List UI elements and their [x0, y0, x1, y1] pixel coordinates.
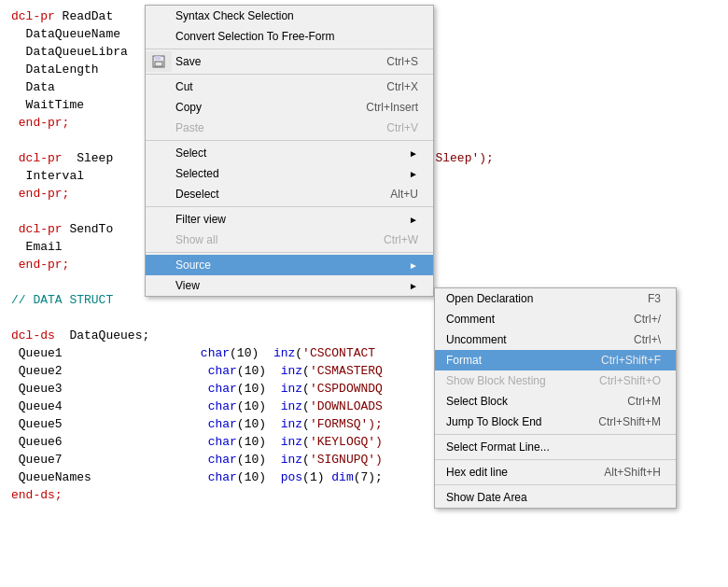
submenu-item-label: Show Date Area: [446, 491, 527, 504]
menu-separator-2: [146, 74, 433, 75]
submenu-item-label: Select Block: [446, 395, 508, 408]
menu-item-label: Syntax Check Selection: [175, 9, 294, 22]
submenu-item-label: Comment: [446, 313, 495, 326]
menu-item-cut[interactable]: Cut Ctrl+X: [146, 77, 433, 97]
arrow-icon: ►: [409, 169, 418, 179]
submenu-item-label: Select Format Line...: [446, 440, 550, 454]
menu-item-copy[interactable]: Copy Ctrl+Insert: [146, 97, 433, 118]
arrow-icon: ►: [409, 148, 418, 159]
submenu-item-shortcut: Ctrl+Shift+O: [599, 374, 661, 387]
arrow-icon: ►: [409, 281, 418, 291]
submenu-item-shortcut: F3: [648, 292, 661, 305]
submenu-item-uncomment[interactable]: Uncomment Ctrl+\: [435, 329, 676, 350]
menu-item-label: Save: [175, 55, 201, 68]
submenu-item-label: Uncomment: [446, 333, 507, 346]
menu-item-label: Deselect: [175, 188, 219, 201]
menu-item-source[interactable]: Source ►: [146, 255, 433, 275]
menu-item-filter-view[interactable]: Filter view ►: [146, 209, 433, 230]
menu-item-label: Filter view: [175, 213, 226, 226]
menu-item-save[interactable]: Save Ctrl+S: [146, 51, 433, 72]
menu-separator-4: [146, 206, 433, 207]
submenu-item-label: Format: [446, 354, 482, 367]
submenu-item-label: Open Declaration: [446, 292, 533, 305]
menu-item-label: Copy: [175, 101, 202, 114]
submenu-item-comment[interactable]: Comment Ctrl+/: [435, 309, 676, 329]
submenu-item-select-format-line[interactable]: Select Format Line...: [435, 437, 676, 457]
menu-item-deselect[interactable]: Deselect Alt+U: [146, 184, 433, 204]
submenu-item-jump-to-block-end[interactable]: Jump To Block End Ctrl+Shift+M: [435, 412, 676, 432]
arrow-icon: ►: [409, 260, 418, 271]
menu-item-convert-selection[interactable]: Convert Selection To Free-Form: [146, 26, 433, 47]
submenu-item-label: Jump To Block End: [446, 415, 542, 428]
menu-item-label: Source: [175, 259, 211, 272]
submenu-item-select-block[interactable]: Select Block Ctrl+M: [435, 391, 676, 412]
menu-item-label: Selected: [175, 167, 219, 180]
menu-item-label: Paste: [175, 121, 204, 134]
submenu-item-shortcut: Ctrl+Shift+F: [601, 354, 661, 367]
save-icon-area: [146, 51, 172, 72]
submenu-item-format[interactable]: Format Ctrl+Shift+F: [435, 350, 676, 370]
menu-item-shortcut: Ctrl+Insert: [366, 101, 418, 114]
svg-rect-2: [155, 62, 162, 66]
menu-item-show-all[interactable]: Show all Ctrl+W: [146, 230, 433, 250]
submenu-item-shortcut: Ctrl+/: [634, 313, 661, 326]
submenu-separator-1: [435, 434, 676, 435]
menu-item-label: View: [175, 279, 200, 292]
context-menu: Syntax Check Selection Convert Selection…: [145, 5, 434, 297]
menu-item-selected[interactable]: Selected ►: [146, 163, 433, 184]
menu-item-label: Convert Selection To Free-Form: [175, 30, 335, 43]
submenu-item-shortcut: Ctrl+Shift+M: [598, 415, 661, 428]
submenu-item-show-date-area[interactable]: Show Date Area: [435, 487, 676, 508]
menu-item-select[interactable]: Select ►: [146, 143, 433, 163]
submenu-item-label: Show Block Nesting: [446, 374, 546, 387]
submenu-item-shortcut: Alt+Shift+H: [604, 466, 661, 479]
submenu-item-hex-edit-line[interactable]: Hex edit line Alt+Shift+H: [435, 462, 676, 482]
menu-item-view[interactable]: View ►: [146, 275, 433, 296]
submenu-separator-2: [435, 459, 676, 460]
menu-separator-1: [146, 49, 433, 49]
submenu-item-label: Hex edit line: [446, 466, 508, 479]
submenu-item-open-declaration[interactable]: Open Declaration F3: [435, 288, 676, 309]
sub-menu-source: Open Declaration F3 Comment Ctrl+/ Uncom…: [434, 287, 677, 509]
menu-item-shortcut: Ctrl+X: [386, 80, 418, 93]
menu-item-syntax-check[interactable]: Syntax Check Selection: [146, 6, 433, 26]
arrow-icon: ►: [409, 215, 418, 225]
submenu-item-shortcut: Ctrl+M: [627, 395, 661, 408]
submenu-item-shortcut: Ctrl+\: [634, 333, 661, 346]
menu-separator-5: [146, 252, 433, 253]
menu-item-shortcut: Ctrl+W: [384, 233, 418, 246]
submenu-separator-3: [435, 484, 676, 485]
menu-item-label: Show all: [175, 233, 217, 246]
submenu-item-show-block-nesting[interactable]: Show Block Nesting Ctrl+Shift+O: [435, 370, 676, 391]
save-icon: [152, 55, 165, 68]
svg-rect-1: [155, 56, 161, 60]
menu-item-shortcut: Ctrl+S: [386, 55, 418, 68]
menu-separator-3: [146, 140, 433, 141]
menu-item-paste[interactable]: Paste Ctrl+V: [146, 118, 433, 138]
menu-item-shortcut: Ctrl+V: [386, 121, 418, 134]
menu-item-label: Select: [175, 147, 206, 160]
menu-item-shortcut: Alt+U: [390, 188, 418, 201]
menu-item-label: Cut: [175, 80, 193, 93]
